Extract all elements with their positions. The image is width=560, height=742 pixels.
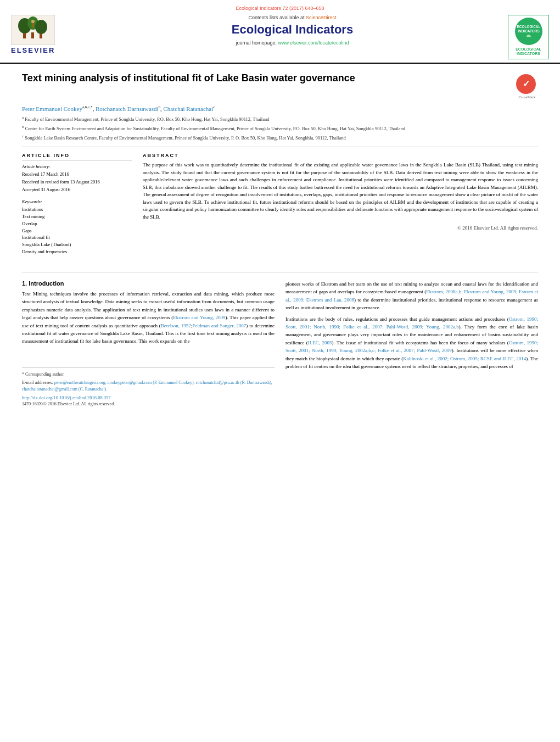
article-title-section: Text mining analysis of institutional fi… xyxy=(22,72,538,99)
abstract-copyright: © 2016 Elsevier Ltd. All rights reserved… xyxy=(143,225,538,231)
svg-rect-8 xyxy=(32,23,34,27)
svg-point-7 xyxy=(31,20,35,23)
affiliations: a Faculty of Environmental Management, P… xyxy=(22,115,538,141)
affiliation-c: c Songkhla Lake Basin Research Centre, F… xyxy=(22,133,538,142)
authors-line: Peter Emmanuel Cookeya,b,c,*, Rotchanatc… xyxy=(22,105,538,112)
ref-ilec-2005[interactable]: ILEC, 2005 xyxy=(308,340,332,345)
svg-point-3 xyxy=(35,20,47,34)
history-accepted: Accepted 31 August 2016 xyxy=(22,187,132,193)
article-content: Text mining analysis of institutional fi… xyxy=(0,64,560,264)
author-ratanachai: Chatchai Ratanachai xyxy=(164,105,214,111)
keyword-4: Institutional fit xyxy=(22,235,132,241)
section-divider xyxy=(22,272,538,272)
svg-text:INDICATORS: INDICATORS xyxy=(518,29,540,33)
keyword-2: Overlap xyxy=(22,221,132,227)
body-right-col: pioneer works of Ekstrom and her team on… xyxy=(285,280,538,406)
ref-kalinoski[interactable]: Kalilnoski et al., 2002; Ostrom, 2005; R… xyxy=(403,356,526,361)
sciencedirect-link[interactable]: ScienceDirect xyxy=(306,15,337,20)
journal-title-main: Ecological Indicators xyxy=(82,23,502,37)
journal-header: Ecological Indicators 72 (2017) 640–658 xyxy=(0,0,560,64)
footer-copyright: 1470-160X/© 2016 Elsevier Ltd. All right… xyxy=(22,401,275,406)
ref-berelson[interactable]: Berelson, 1952 xyxy=(161,323,191,328)
svg-rect-5 xyxy=(31,32,34,38)
abstract-label: ABSTRACT xyxy=(143,153,538,158)
affiliation-a: a Faculty of Environmental Management, P… xyxy=(22,115,538,123)
journal-ref: Ecological Indicators 72 (2017) 640–658 xyxy=(11,4,549,12)
history-revised: Received in revised form 13 August 2016 xyxy=(22,179,132,186)
email-note: E-mail addresses: peter@earthwatchnigeri… xyxy=(22,380,275,393)
article-info-label: ARTICLE INFO xyxy=(22,153,132,160)
intro-para-right-2: Institutions are the body of rules, regu… xyxy=(285,315,538,371)
elsevier-tree-icon xyxy=(11,15,55,45)
header-top-bar: ELSEVIER Contents lists available at Sci… xyxy=(11,15,549,59)
page: Ecological Indicators 72 (2017) 640–658 xyxy=(0,0,560,742)
badge-circle: ECOLOGICAL INDICATORS xyxy=(515,18,542,45)
body-left-col: 1. Introduction Text Mining techniques i… xyxy=(22,280,275,406)
history-label: Article history: xyxy=(22,164,132,169)
doi-link[interactable]: http://dx.doi.org/10.1016/j.ecolind.2016… xyxy=(22,395,275,400)
badge-title-text: ECOLOGICALINDICATORS xyxy=(511,47,546,57)
email-addresses[interactable]: peter@earthwatchnigeria.org, cookeypeter… xyxy=(22,380,272,392)
center-header: Contents lists available at ScienceDirec… xyxy=(82,15,502,46)
article-title: Text mining analysis of institutional fi… xyxy=(22,72,511,85)
homepage-line: journal homepage: www.elsevier.com/locat… xyxy=(82,40,502,46)
abstract-panel: ABSTRACT The purpose of this work was to… xyxy=(143,153,538,256)
article-info-panel: ARTICLE INFO Article history: Received 1… xyxy=(22,153,132,256)
badge-icon: ECOLOGICAL INDICATORS xyxy=(516,19,541,44)
crossmark-label: CrossMark xyxy=(516,95,538,99)
abstract-text: The purpose of this work was to quantita… xyxy=(143,161,538,221)
intro-para-1: Text Mining techniques involve the proce… xyxy=(22,290,275,345)
journal-badge: ECOLOGICAL INDICATORS ECOLOGICALINDICATO… xyxy=(508,15,549,59)
affiliation-b: b Centre for Earth System Environment an… xyxy=(22,124,538,132)
elsevier-logo: ELSEVIER xyxy=(11,15,77,54)
keyword-6: Density and frequencies xyxy=(22,249,132,255)
crossmark-badge: ✓ CrossMark xyxy=(516,74,538,99)
elsevier-brand-text: ELSEVIER xyxy=(11,46,77,54)
svg-text:ECOLOGICAL: ECOLOGICAL xyxy=(517,25,540,29)
homepage-url[interactable]: www.elsevier.com/locate/ecolind xyxy=(278,40,349,46)
svg-rect-4 xyxy=(23,33,26,38)
keyword-3: Gaps xyxy=(22,228,132,235)
crossmark-icon: ✓ xyxy=(516,74,536,94)
author-cookey: Peter Emmanuel Cookey xyxy=(22,105,82,111)
corresponding-note: * Corresponding author. xyxy=(22,371,275,378)
footnotes-section: * Corresponding author. E-mail addresses… xyxy=(22,367,275,406)
history-received: Received 17 March 2016 xyxy=(22,171,132,178)
article-info-abstract: ARTICLE INFO Article history: Received 1… xyxy=(22,147,538,256)
ref-feldman-sanger[interactable]: Feldman and Sanger, 2007 xyxy=(192,323,246,328)
keyword-1: Text mining xyxy=(22,214,132,220)
svg-rect-6 xyxy=(40,34,42,38)
introduction-heading: 1. Introduction xyxy=(22,280,275,287)
contents-line: Contents lists available at ScienceDirec… xyxy=(82,15,502,20)
ref-ekstrom-2008ab[interactable]: Ekstrom, 2008a,b; Ekstrom and Young, 200… xyxy=(285,289,538,302)
intro-para-right-1: pioneer works of Ekstrom and her team on… xyxy=(285,280,538,312)
ref-ostrom-1990[interactable]: Ostrom, 1990; Scott, 2001; North, 1990; … xyxy=(285,316,538,330)
keywords-label: Keywords: xyxy=(22,199,132,204)
keyword-5: Songkhla Lake (Thailand) xyxy=(22,242,132,248)
body-content: 1. Introduction Text Mining techniques i… xyxy=(0,280,560,406)
ref-ekstrom-young-2009[interactable]: Ekstrom and Young, 2009 xyxy=(173,315,225,320)
keyword-0: Institutions xyxy=(22,207,132,213)
author-darnsawasdi: Rotchanatch Darnsawasdi xyxy=(96,105,159,111)
